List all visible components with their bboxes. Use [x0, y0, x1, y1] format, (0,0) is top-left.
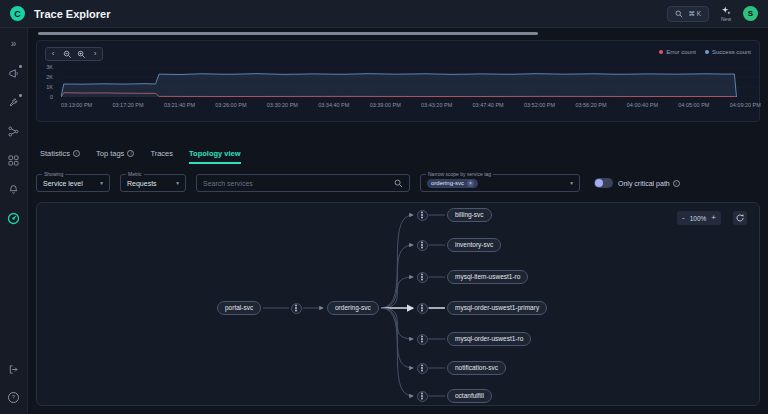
tab-traces[interactable]: Traces: [150, 149, 173, 164]
dots-icon: [421, 307, 423, 309]
dots-icon: [295, 307, 297, 309]
app-header: C Trace Explorer ⌘ K New S: [0, 0, 768, 28]
service-hop-icon[interactable]: [417, 210, 428, 221]
service-node[interactable]: billing-svc: [447, 208, 492, 222]
user-avatar[interactable]: S: [743, 6, 758, 21]
horizontal-scrollbar-thumb[interactable]: [38, 32, 538, 35]
pan-right-button[interactable]: ›: [88, 47, 102, 61]
bell-icon: [8, 184, 19, 195]
service-node[interactable]: mysql-order-uswest1-ro: [447, 332, 531, 346]
zoom-out-icon: [63, 50, 72, 59]
service-node[interactable]: octanfulfill: [447, 389, 492, 403]
x-axis: 03:13:00 PM03:17:20 PM03:21:40 PM03:26:0…: [61, 102, 761, 108]
sidebar-export-button[interactable]: [5, 360, 23, 378]
keyboard-shortcut: ⌘ K: [688, 10, 701, 18]
tab-top-tags[interactable]: Top tags i: [96, 149, 134, 164]
filters-bar: Showing Service level ▾ Metric Requests …: [36, 174, 760, 192]
service-hop-icon[interactable]: [417, 303, 428, 314]
service-node[interactable]: portal-svc: [217, 301, 261, 315]
sidebar-item-alerts[interactable]: [5, 180, 23, 198]
y-axis-label: 3K: [37, 64, 53, 70]
tab-label: Statistics: [40, 149, 70, 158]
tab-statistics[interactable]: Statistics i: [40, 149, 80, 164]
y-axis-label: 1K: [37, 84, 53, 90]
sidebar-expand-button[interactable]: »: [5, 35, 23, 53]
service-hop-icon[interactable]: [417, 240, 428, 251]
topology-edges: [37, 203, 759, 405]
y-axis-label: 0: [37, 94, 53, 100]
remove-chip-icon[interactable]: ×: [467, 180, 474, 187]
service-hop-icon[interactable]: [417, 272, 428, 283]
critical-path-toggle[interactable]: [594, 178, 613, 188]
zoom-out-button[interactable]: -: [682, 212, 685, 224]
scope-select[interactable]: Narrow scope by service tag ordering-svc…: [420, 174, 580, 192]
x-axis-label: 03:56:20 PM: [575, 102, 606, 108]
x-axis-label: 03:39:00 PM: [370, 102, 401, 108]
topology-panel: portal-svcordering-svcbilling-svcinvento…: [36, 202, 760, 406]
metric-select[interactable]: Metric Requests ▾: [120, 174, 186, 192]
sidebar-item-announcements[interactable]: [5, 64, 23, 82]
tab-topology-view[interactable]: Topology view: [189, 149, 241, 164]
chevron-down-icon: ▾: [565, 180, 573, 186]
dots-icon: [421, 244, 423, 246]
app-logo[interactable]: C: [10, 6, 25, 21]
main-content: ‹ › Error countSuccess count 3K2K1K0: [28, 28, 768, 414]
service-node[interactable]: ordering-svc: [327, 301, 379, 315]
x-axis-label: 03:17:20 PM: [112, 102, 143, 108]
legend-label: Success count: [712, 49, 751, 55]
left-sidebar: »: [0, 28, 28, 414]
showing-value: Service level: [43, 180, 83, 187]
services-search-input[interactable]: [203, 180, 394, 187]
sidebar-item-setup[interactable]: [5, 93, 23, 111]
gauge-icon: [7, 212, 20, 225]
dots-icon: [421, 367, 423, 369]
whats-new-label: New: [721, 16, 731, 22]
nodes-graph-icon: [8, 126, 19, 137]
chart-legend: Error countSuccess count: [659, 49, 751, 55]
info-icon: i: [127, 150, 134, 157]
service-hop-icon[interactable]: [417, 391, 428, 402]
help-letter: ?: [12, 394, 15, 400]
sidebar-help-button[interactable]: ?: [5, 388, 23, 406]
legend-dot-icon: [705, 50, 709, 54]
service-node[interactable]: notification-svc: [447, 361, 506, 375]
sidebar-item-tracing[interactable]: [5, 209, 23, 227]
dots-icon: [421, 338, 423, 340]
x-axis-label: 04:09:20 PM: [730, 102, 761, 108]
service-hop-icon[interactable]: [417, 363, 428, 374]
service-node[interactable]: inventory-svc: [447, 238, 501, 252]
legend-item[interactable]: Error count: [659, 49, 696, 55]
zoom-in-button[interactable]: +: [711, 212, 716, 224]
x-axis-label: 03:26:00 PM: [215, 102, 246, 108]
whats-new-button[interactable]: New: [721, 6, 731, 22]
x-axis-label: 03:52:00 PM: [524, 102, 555, 108]
service-node[interactable]: mysql-item-uswest1-ro: [447, 270, 528, 284]
sidebar-item-data-flow[interactable]: [5, 122, 23, 140]
chevrons-right-icon: »: [11, 39, 17, 49]
legend-item[interactable]: Success count: [705, 49, 751, 55]
help-icon: ?: [8, 392, 19, 403]
showing-select[interactable]: Showing Service level ▾: [36, 174, 110, 192]
service-hop-icon[interactable]: [417, 334, 428, 345]
scope-chip[interactable]: ordering-svc ×: [427, 179, 478, 188]
zoom-out-button[interactable]: [60, 47, 74, 61]
x-axis-label: 03:21:40 PM: [164, 102, 195, 108]
x-axis-label: 04:00:40 PM: [627, 102, 658, 108]
service-node[interactable]: mysql-order-uswest1-primary: [447, 301, 547, 315]
zoom-controls: - 100% +: [677, 211, 721, 225]
chip-label: ordering-svc: [431, 180, 464, 186]
service-hop-icon[interactable]: [291, 303, 302, 314]
reset-view-button[interactable]: [733, 211, 747, 225]
zoom-in-button[interactable]: [74, 47, 88, 61]
sidebar-item-dashboards[interactable]: [5, 151, 23, 169]
grid-icon: [8, 155, 19, 166]
global-search-button[interactable]: ⌘ K: [667, 6, 709, 22]
metric-label: Metric: [126, 171, 144, 177]
services-search-box[interactable]: [196, 174, 410, 192]
scope-label: Narrow scope by service tag: [426, 171, 493, 177]
tab-label: Traces: [150, 149, 173, 158]
refresh-icon: [735, 213, 745, 223]
x-axis-label: 03:34:40 PM: [318, 102, 349, 108]
traffic-chart[interactable]: [61, 67, 761, 97]
wrench-icon: [8, 97, 19, 108]
